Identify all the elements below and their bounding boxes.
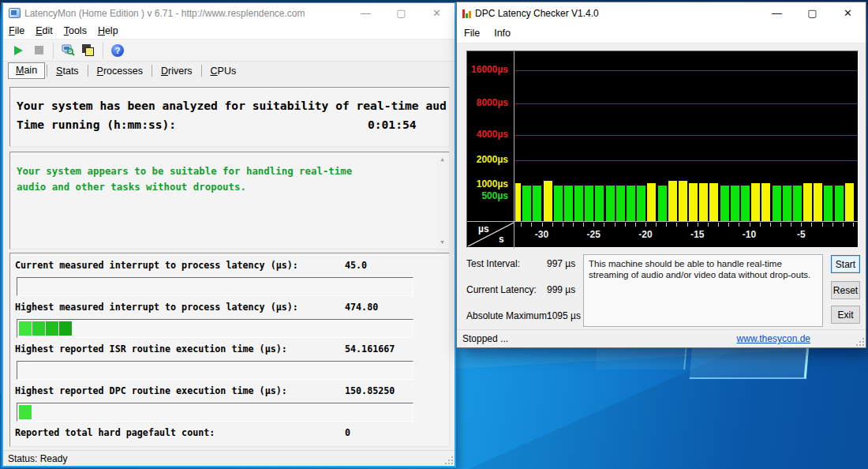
x-tick	[760, 223, 761, 227]
latency-bar	[533, 186, 541, 221]
latency-bar	[595, 186, 604, 221]
current-latency-label: Current Latency:	[466, 284, 537, 295]
x-tick	[635, 223, 636, 227]
maximize-button[interactable]: ▢	[795, 2, 830, 24]
y-tick-label: 4000µs	[477, 129, 508, 140]
thesycon-link[interactable]: www.thesycon.de	[737, 333, 810, 344]
analysis-line: Your system has been analyzed for suitab…	[17, 99, 449, 118]
dpc-app-icon	[462, 9, 471, 18]
chart-gridline	[515, 160, 858, 161]
x-tick-label: -10	[739, 229, 761, 240]
maximize-button[interactable]: ▢	[383, 3, 419, 23]
y-unit-label: µs	[478, 223, 489, 234]
toolbar-separator	[103, 43, 103, 58]
resize-grip[interactable]	[856, 338, 864, 346]
latency-bar	[814, 183, 822, 221]
time-running-label: Time running (h:mm:ss):	[17, 118, 176, 131]
reset-button[interactable]: Reset	[831, 281, 860, 299]
y-tick-label: 16000µs	[471, 64, 508, 75]
play-icon	[14, 46, 23, 55]
start-monitor-button[interactable]	[8, 41, 28, 60]
latency-bar	[554, 186, 563, 221]
progress-segment	[46, 321, 58, 336]
tab-drivers[interactable]: Drivers	[154, 64, 200, 79]
x-tick	[531, 223, 532, 227]
latency-bar	[616, 186, 625, 221]
tab-cpus[interactable]: CPUs	[204, 64, 244, 79]
latency-bar	[793, 186, 802, 221]
close-button[interactable]: ✕	[419, 3, 455, 23]
dpc-titlebar[interactable]: DPC Latency Checker V1.4.0 — ▢ ✕	[457, 2, 866, 24]
menu-tools[interactable]: Tools	[58, 24, 92, 38]
x-tick	[625, 223, 626, 227]
close-button[interactable]: ✕	[830, 2, 866, 24]
x-tick	[750, 223, 750, 227]
progress-segment	[19, 321, 32, 336]
verdict-panel: Your system appears to be suitable for h…	[9, 152, 450, 250]
help-icon: ?	[111, 44, 124, 57]
x-tick	[718, 223, 719, 227]
current-latency-value: 999 µs	[547, 284, 575, 295]
latency-chart: 16000µs8000µs4000µs2000µs1000µs500µs µs …	[466, 51, 859, 248]
metric-progressbar	[17, 361, 413, 380]
help-button[interactable]: ?	[107, 41, 128, 60]
windows-report-button[interactable]	[78, 41, 99, 60]
x-tick	[708, 223, 709, 227]
analyze-button[interactable]	[58, 41, 78, 60]
y-tick-label: 500µs	[481, 190, 508, 201]
latency-bar	[751, 183, 760, 221]
latency-bar	[522, 186, 531, 221]
scroll-up-icon[interactable]: ▲	[437, 154, 447, 164]
y-tick-label: 2000µs	[477, 154, 508, 165]
metric-label: Highest measured interrupt to process la…	[15, 302, 298, 313]
menu-file[interactable]: File	[457, 25, 487, 41]
y-tick-label: 1000µs	[477, 178, 508, 189]
minimize-button[interactable]: —	[348, 3, 383, 23]
x-tick	[615, 223, 615, 227]
tab-processes[interactable]: Processes	[90, 64, 150, 79]
chart-gridline	[515, 70, 858, 71]
menu-help[interactable]: Help	[92, 24, 124, 38]
assessment-message: This machine should be able to handle re…	[583, 254, 823, 327]
x-tick	[676, 223, 677, 227]
absolute-maximum-value: 1095 µs	[547, 310, 581, 321]
tab-stats[interactable]: Stats	[49, 64, 86, 79]
metric-label: Current measured interrupt to process la…	[15, 260, 298, 271]
progress-segment	[59, 321, 72, 336]
menu-info[interactable]: Info	[487, 25, 518, 41]
stop-monitor-button[interactable]	[28, 41, 49, 60]
stop-icon	[35, 46, 43, 54]
start-button[interactable]: Start	[831, 255, 860, 273]
progress-segment	[19, 405, 32, 419]
x-tick-label: -5	[790, 229, 812, 240]
metric-value: 54.161667	[345, 343, 395, 355]
dpc-menubar: File Info	[457, 24, 866, 43]
menu-edit[interactable]: Edit	[30, 24, 58, 38]
x-tick	[791, 223, 791, 227]
latency-bar	[544, 181, 552, 221]
resize-grip[interactable]	[445, 456, 453, 464]
x-tick	[832, 223, 833, 227]
exit-button[interactable]: Exit	[831, 306, 860, 324]
metric-progressbar	[17, 403, 413, 422]
latency-bar	[679, 181, 687, 221]
latency-bar	[627, 186, 635, 221]
analysis-panel: Your system has been analyzed for suitab…	[9, 87, 450, 147]
verdict-line-1: Your system appears to be suitable for h…	[17, 163, 449, 179]
x-tick	[770, 223, 771, 227]
scroll-down-icon[interactable]: ▼	[437, 237, 447, 247]
x-tick	[780, 223, 781, 227]
test-interval-label: Test Interval:	[466, 258, 520, 269]
latency-bar	[658, 186, 667, 221]
latencymon-titlebar[interactable]: LatencyMon (Home Edition ) v 6.71 - http…	[3, 3, 455, 23]
x-tick	[739, 223, 739, 227]
toolbar-separator	[53, 43, 54, 58]
metric-label: Highest reported DPC routine execution t…	[15, 385, 287, 396]
minimize-button[interactable]: —	[759, 2, 795, 24]
progress-segment	[32, 321, 45, 336]
verdict-scrollbar[interactable]: ▲ ▼	[437, 154, 447, 247]
x-tick	[563, 223, 563, 227]
latency-bar	[585, 186, 593, 221]
tab-main[interactable]: Main	[8, 62, 45, 79]
menu-file[interactable]: File	[3, 24, 30, 38]
